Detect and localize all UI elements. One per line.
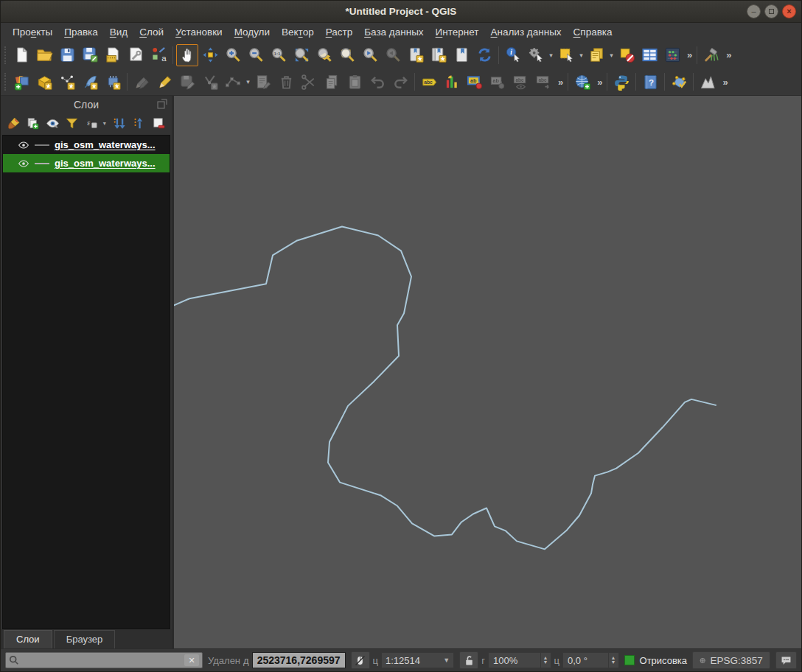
- toolbar-drag-handle[interactable]: [4, 73, 8, 91]
- menu-правка[interactable]: Правка: [58, 25, 104, 39]
- dropdown-caret-icon[interactable]: ▾: [548, 52, 554, 59]
- layer-visibility-eye-icon[interactable]: [18, 158, 29, 169]
- spinner-arrows-icon[interactable]: ▲▼: [540, 653, 551, 668]
- new-print-layout-button[interactable]: [102, 44, 124, 66]
- filter-legend-button[interactable]: [64, 115, 81, 133]
- magnifier-spinbox[interactable]: 100% ▲▼: [488, 652, 551, 668]
- messages-button[interactable]: [775, 651, 797, 669]
- manage-map-themes-button[interactable]: [44, 115, 61, 133]
- crs-status-button[interactable]: EPSG:3857: [692, 651, 770, 669]
- python-console-button[interactable]: [610, 71, 632, 93]
- zoom-native-button[interactable]: 1:1: [268, 44, 290, 66]
- filter-by-expression-button[interactable]: ε: [83, 115, 100, 133]
- menu-слой[interactable]: Слой: [133, 25, 170, 39]
- new-virtual-layer-button[interactable]: [102, 71, 124, 93]
- layer-name[interactable]: gis_osm_waterways...: [55, 158, 156, 169]
- menu-растр[interactable]: Растр: [320, 25, 359, 39]
- maximize-button[interactable]: [764, 4, 778, 18]
- vertex-tool-button[interactable]: [222, 71, 244, 93]
- menu-вид[interactable]: Вид: [104, 25, 133, 39]
- layer-name[interactable]: gis_osm_waterways...: [55, 139, 156, 150]
- dropdown-caret-icon[interactable]: ▾: [578, 52, 585, 59]
- zoom-in-button[interactable]: [222, 44, 244, 66]
- add-feature-button[interactable]: [199, 71, 221, 93]
- spinner-arrows-icon[interactable]: ▲▼: [608, 653, 618, 668]
- pan-map-button[interactable]: [176, 44, 198, 66]
- current-edits-button[interactable]: [130, 71, 153, 93]
- undo-button[interactable]: [366, 71, 388, 93]
- add-group-button[interactable]: [25, 115, 42, 133]
- toolbar-drag-handle[interactable]: [4, 46, 8, 64]
- toolbar-overflow-button[interactable]: »: [684, 49, 694, 60]
- toolbar-overflow-button[interactable]: »: [719, 77, 729, 88]
- move-label-button[interactable]: abc: [532, 71, 554, 93]
- tab-layers[interactable]: Слои: [4, 630, 52, 648]
- pan-to-selection-button[interactable]: [199, 44, 221, 66]
- zoom-full-button[interactable]: [290, 44, 313, 66]
- scale-combobox[interactable]: 1:12514 ▼: [381, 652, 454, 668]
- layout-manager-button[interactable]: [125, 44, 147, 66]
- mouse-position-toggle[interactable]: [351, 651, 370, 669]
- help-button[interactable]: ?: [639, 71, 661, 93]
- tab-browser[interactable]: Браузер: [54, 630, 116, 648]
- dropdown-caret-icon[interactable]: ▾: [608, 52, 615, 59]
- collapse-all-button[interactable]: [131, 115, 148, 133]
- menu-база-данных[interactable]: База данных: [358, 25, 429, 39]
- clear-search-icon[interactable]: ✕: [184, 654, 199, 666]
- save-project-as-button[interactable]: [79, 44, 101, 66]
- map-canvas[interactable]: [174, 96, 801, 648]
- deselect-features-button[interactable]: [616, 44, 638, 66]
- minimize-button[interactable]: –: [747, 4, 761, 18]
- redo-button[interactable]: [389, 71, 411, 93]
- toggle-editing-button[interactable]: [153, 71, 175, 93]
- layer-diagram-button[interactable]: [441, 71, 463, 93]
- menu-проекты[interactable]: Проекты: [7, 25, 58, 39]
- dropdown-caret-icon[interactable]: ▾: [103, 120, 109, 127]
- menu-модули[interactable]: Модули: [229, 25, 276, 39]
- modify-attributes-button[interactable]: [252, 71, 274, 93]
- save-layer-edits-button[interactable]: [176, 71, 198, 93]
- geometry-checker-button[interactable]: [668, 71, 690, 93]
- scale-lock-button[interactable]: [459, 651, 478, 669]
- zoom-to-selection-button[interactable]: [336, 44, 358, 66]
- remove-layer-button[interactable]: [150, 115, 167, 133]
- save-project-button[interactable]: [56, 44, 78, 66]
- raster-histogram-button[interactable]: [697, 71, 719, 93]
- paste-features-button[interactable]: [344, 71, 366, 93]
- select-by-form-button[interactable]: [585, 44, 607, 66]
- zoom-out-button[interactable]: [245, 44, 267, 66]
- copy-features-button[interactable]: [321, 71, 343, 93]
- new-spatialite-layer-button[interactable]: [79, 71, 101, 93]
- delete-selected-button[interactable]: [275, 71, 297, 93]
- select-features-button[interactable]: [555, 44, 577, 66]
- new-shapefile-layer-button[interactable]: [56, 71, 78, 93]
- toolbox-button[interactable]: [700, 44, 722, 66]
- open-attribute-table-button[interactable]: [638, 44, 660, 66]
- title-bar[interactable]: *Untitled Project - QGIS – ×: [1, 1, 801, 23]
- menu-установки[interactable]: Установки: [170, 25, 229, 39]
- identify-features-button[interactable]: i: [502, 44, 524, 66]
- run-feature-action-button[interactable]: [525, 44, 547, 66]
- float-panel-icon[interactable]: [157, 99, 167, 109]
- show-hide-labels-button[interactable]: abc: [509, 71, 531, 93]
- render-checkbox[interactable]: [624, 655, 635, 665]
- toolbar-overflow-button[interactable]: »: [555, 77, 565, 88]
- rotation-spinbox[interactable]: 0,0 ° ▲▼: [562, 652, 619, 668]
- expand-all-button[interactable]: [111, 115, 128, 133]
- new-project-button[interactable]: [10, 44, 32, 66]
- new-geopackage-layer-button[interactable]: [33, 71, 55, 93]
- style-manager-button[interactable]: a: [147, 44, 170, 66]
- menu-анализ-данных[interactable]: Анализ данных: [485, 25, 568, 39]
- open-layer-styling-button[interactable]: [5, 115, 22, 133]
- zoom-to-layer-button[interactable]: [313, 44, 335, 66]
- highlight-pinned-labels-button[interactable]: ab: [464, 71, 486, 93]
- data-source-manager-button[interactable]: [10, 71, 32, 93]
- dropdown-caret-icon[interactable]: ▾: [245, 78, 251, 85]
- cut-features-button[interactable]: [298, 71, 320, 93]
- layer-row[interactable]: gis_osm_waterways...: [3, 136, 170, 154]
- layer-visibility-eye-icon[interactable]: [18, 139, 29, 151]
- layer-labeling-button[interactable]: abc: [418, 71, 440, 93]
- locator-input[interactable]: [22, 655, 181, 666]
- layer-row[interactable]: gis_osm_waterways...: [3, 154, 170, 172]
- pin-labels-button[interactable]: ab: [487, 71, 509, 93]
